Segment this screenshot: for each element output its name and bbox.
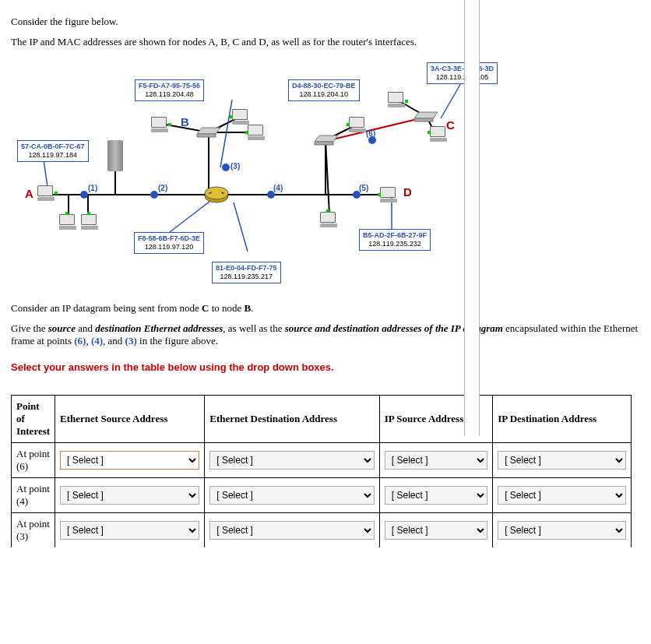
node-d-mac: B5-AD-2F-6B-27-9F (363, 231, 427, 240)
svg-line-17 (220, 100, 232, 167)
point-4-label: (4) (273, 184, 283, 192)
th-edst: Ethernet Destination Address (205, 396, 380, 443)
node-d-pc-icon (380, 187, 399, 204)
q-text: Consider an IP datagram being sent from … (11, 302, 202, 314)
q-text: and (76, 322, 95, 334)
node-a-label: A (25, 187, 33, 200)
pc-icon (232, 109, 251, 126)
router-left-mac: F8-58-6B-F7-6D-3E (138, 234, 200, 243)
node-a-pc-icon (37, 185, 56, 202)
intro-line-1: Consider the figure below. (11, 16, 640, 28)
select-p6-edst[interactable]: [ Select ] (209, 451, 375, 470)
row-poi: At point (4) (12, 478, 55, 513)
router-top-ip: 128.119.204.10 (292, 90, 356, 99)
point-1-label: (1) (88, 184, 97, 192)
select-p6-ipsrc[interactable]: [ Select ] (385, 451, 487, 470)
router-iface-left-addr: F8-58-6B-F7-6D-3E 128.119.97.120 (134, 232, 204, 254)
q-text: , and (103, 335, 125, 347)
table-header-row: Point of Interest Ethernet Source Addres… (12, 396, 632, 443)
select-p4-ipdst[interactable]: [ Select ] (498, 486, 626, 505)
node-b-label: B (181, 115, 189, 128)
select-p3-edst[interactable]: [ Select ] (209, 521, 375, 540)
q-node-from: C (202, 302, 209, 314)
select-p4-ipsrc[interactable]: [ Select ] (385, 486, 487, 505)
pc-icon (81, 214, 100, 231)
node-a-addr: 57-CA-0B-0F-7C-67 128.119.97.184 (17, 140, 89, 162)
router-left-ip: 128.119.97.120 (138, 243, 200, 252)
node-c-pc-icon (430, 126, 449, 143)
point-3-dot (222, 164, 230, 171)
node-a-mac: 57-CA-0B-0F-7C-67 (21, 143, 85, 151)
q-text: destination Ethernet addresses (95, 322, 223, 334)
q-node-to: B (245, 302, 252, 314)
q-text: , as well as the (223, 322, 284, 334)
switch-right-icon (313, 134, 340, 146)
select-p3-ipsrc[interactable]: [ Select ] (385, 521, 487, 540)
svg-line-19 (234, 202, 248, 252)
point-2-dot (150, 191, 158, 199)
q-point-6: (6) (74, 335, 86, 347)
svg-marker-25 (197, 128, 220, 134)
router-right-mac: 81-E0-04-FD-F7-75 (216, 264, 277, 273)
wire-layer (14, 62, 512, 288)
th-ipdst: IP Destination Address (493, 396, 632, 443)
table-row: At point (6) [ Select ] [ Select ] [ Sel… (12, 443, 632, 478)
pc-icon (248, 125, 266, 142)
svg-marker-26 (197, 134, 216, 137)
q-text: to node (209, 302, 244, 314)
answer-table: Point of Interest Ethernet Source Addres… (11, 395, 632, 547)
table-row: At point (4) [ Select ] [ Select ] [ Sel… (12, 478, 632, 513)
pc-icon (349, 117, 368, 134)
q-text: in the figure above. (137, 335, 218, 347)
node-b-mac: F5-FD-A7-95-75-56 (139, 82, 200, 90)
select-p6-esrc[interactable]: [ Select ] (60, 451, 199, 470)
q-text: Give the (11, 322, 48, 334)
node-c-addr: 3A-C3-3E-23-F6-3D 128.119.235.105 (427, 62, 498, 84)
select-p6-ipdst[interactable]: [ Select ] (498, 451, 626, 470)
select-p3-ipdst[interactable]: [ Select ] (498, 521, 626, 540)
pc-icon (320, 212, 339, 229)
node-d-ip: 128.119.235.232 (363, 240, 427, 248)
th-esrc: Ethernet Source Address (55, 396, 205, 443)
th-poi: Point of Interest (12, 396, 55, 443)
point-1-dot (80, 191, 88, 199)
row-poi: At point (6) (12, 443, 55, 478)
node-d-addr: B5-AD-2F-6B-27-9F 128.119.235.232 (359, 229, 431, 251)
q-text: . (251, 302, 253, 314)
node-d-label: D (403, 185, 412, 199)
switch-b-icon (195, 126, 222, 139)
router-iface-right-addr: 81-E0-04-FD-F7-75 128.119.235.217 (212, 262, 281, 283)
router-top-mac: D4-88-30-EC-79-BE (292, 82, 356, 90)
pc-icon (388, 92, 406, 109)
router-iface-top-addr: D4-88-30-EC-79-BE 128.119.204.10 (288, 79, 360, 101)
select-p4-edst[interactable]: [ Select ] (209, 486, 375, 505)
select-p3-esrc[interactable]: [ Select ] (60, 521, 199, 540)
q-point-4: (4) (91, 335, 103, 347)
point-3-label: (3) (230, 162, 240, 171)
question-line-2: Give the source and destination Ethernet… (11, 322, 640, 347)
router-right-ip: 128.119.235.217 (216, 273, 277, 281)
select-p4-esrc[interactable]: [ Select ] (60, 486, 199, 505)
pc-icon (151, 117, 170, 134)
node-b-addr: F5-FD-A7-95-75-56 128.119.204.48 (135, 79, 204, 101)
q-text: source (48, 322, 76, 334)
question-line-1: Consider an IP datagram being sent from … (11, 302, 640, 315)
svg-marker-30 (414, 118, 433, 121)
node-c-ip: 128.119.235.105 (431, 73, 494, 82)
pc-icon (59, 214, 78, 231)
server-icon (107, 140, 123, 171)
node-b-ip: 128.119.204.48 (139, 90, 200, 99)
node-a-ip: 128.119.97.184 (21, 151, 85, 160)
intro-line-2: The IP and MAC addresses are shown for n… (11, 36, 640, 48)
point-2-label: (2) (158, 184, 167, 192)
router-icon (203, 185, 230, 204)
node-c-mac: 3A-C3-3E-23-F6-3D (431, 65, 494, 73)
switch-c-icon (413, 111, 439, 123)
network-diagram: (1) (2) (3) (4) (5) (6) 57-CA-0B-0F-7C-6… (14, 62, 512, 288)
svg-marker-28 (315, 142, 333, 145)
table-row: At point (3) [ Select ] [ Select ] [ Sel… (12, 513, 632, 548)
q-point-3: (3) (125, 335, 137, 347)
svg-marker-27 (315, 135, 338, 142)
row-poi: At point (3) (12, 513, 55, 548)
select-instruction: Select your answers in the table below u… (11, 361, 640, 373)
